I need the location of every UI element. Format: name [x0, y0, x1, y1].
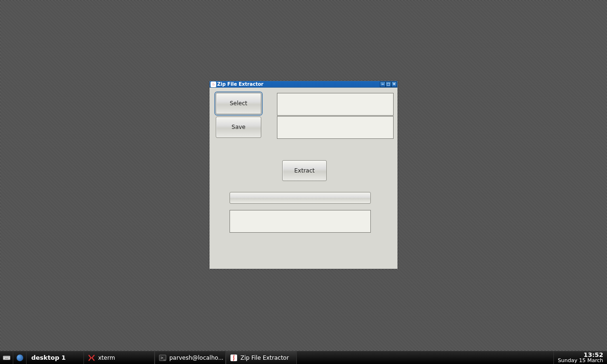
- status-field: [230, 210, 371, 233]
- taskbar-launcher-browser[interactable]: [13, 351, 27, 364]
- progress-bar: [230, 192, 371, 204]
- svg-rect-2: [5, 356, 5, 357]
- svg-rect-0: [3, 356, 10, 360]
- taskbar-clock[interactable]: 13:52 Sunday 15 March: [554, 352, 607, 364]
- taskbar-item-terminal[interactable]: >_ parvesh@localho...: [155, 351, 226, 364]
- maximize-button[interactable]: □: [386, 82, 391, 87]
- keyboard-icon: [3, 355, 10, 361]
- svg-rect-1: [4, 356, 4, 357]
- destination-field[interactable]: [277, 116, 394, 139]
- desktop: ♨ Zip File Extractor ‒ □ × Select Save: [0, 0, 607, 364]
- window-titlebar[interactable]: ♨ Zip File Extractor ‒ □ ×: [210, 81, 397, 88]
- java-icon: [230, 354, 238, 362]
- minimize-button[interactable]: ‒: [380, 82, 386, 87]
- taskbar-launcher-keys[interactable]: [0, 351, 13, 364]
- taskbar: desktop 1 xterm >_ parvesh@localho... Zi…: [0, 351, 607, 364]
- taskbar-item-label: Zip File Extractor: [240, 355, 289, 361]
- select-button[interactable]: Select: [216, 93, 261, 114]
- save-button[interactable]: Save: [216, 117, 261, 138]
- svg-rect-6: [9, 356, 9, 357]
- extract-button[interactable]: Extract: [282, 160, 327, 181]
- app-window-zip-extractor: ♨ Zip File Extractor ‒ □ × Select Save: [209, 81, 398, 269]
- close-button[interactable]: ×: [391, 82, 397, 87]
- globe-icon: [17, 355, 23, 361]
- taskbar-item-label: parvesh@localho...: [169, 355, 223, 361]
- svg-text:>_: >_: [160, 356, 166, 360]
- window-title: Zip File Extractor: [217, 82, 264, 87]
- source-file-field[interactable]: [277, 93, 394, 116]
- taskbar-spacer: [297, 351, 553, 364]
- select-button-label: Select: [230, 100, 247, 107]
- taskbar-item-xterm[interactable]: xterm: [83, 351, 155, 364]
- svg-rect-5: [8, 356, 8, 357]
- taskbar-item-zip-extractor[interactable]: Zip File Extractor: [226, 351, 297, 364]
- extract-button-label: Extract: [294, 167, 315, 174]
- desktop-switcher[interactable]: desktop 1: [27, 351, 83, 364]
- svg-rect-3: [6, 356, 6, 357]
- system-tray: 13:52 Sunday 15 March: [553, 351, 607, 364]
- svg-rect-4: [7, 356, 7, 357]
- save-button-label: Save: [231, 124, 245, 130]
- terminal-icon: >_: [159, 354, 166, 362]
- svg-rect-7: [5, 358, 9, 358]
- clock-date: Sunday 15 March: [558, 358, 603, 364]
- xterm-icon: [88, 354, 95, 362]
- taskbar-item-label: xterm: [98, 355, 115, 361]
- java-icon: ♨: [211, 82, 216, 87]
- clock-time: 13:52: [558, 352, 603, 358]
- desktop-label: desktop 1: [31, 354, 66, 361]
- app-body: Select Save Extract: [210, 88, 397, 269]
